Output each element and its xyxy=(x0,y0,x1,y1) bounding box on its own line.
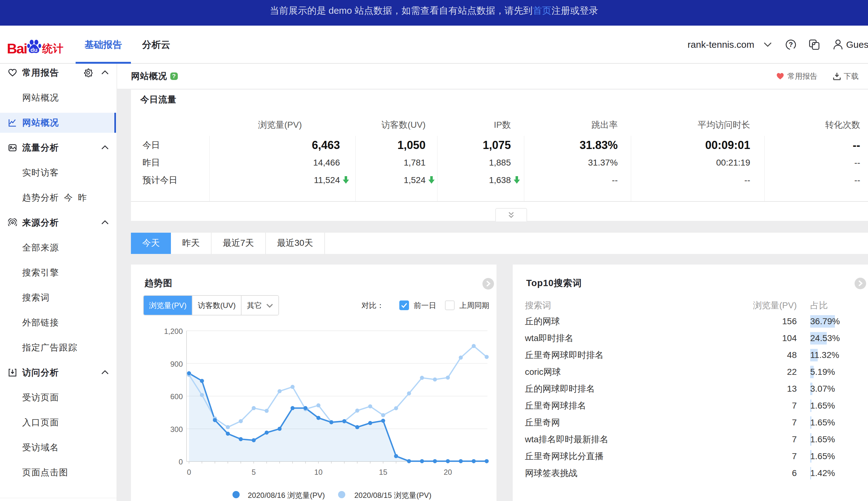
svg-text:20: 20 xyxy=(444,468,452,476)
svg-text:900: 900 xyxy=(170,360,183,368)
svg-text:15: 15 xyxy=(379,468,388,476)
svg-text:300: 300 xyxy=(170,425,183,434)
svg-text:du: du xyxy=(31,46,38,53)
svg-text:600: 600 xyxy=(170,392,183,401)
svg-text:?: ? xyxy=(788,41,793,49)
svg-text:5: 5 xyxy=(252,468,256,476)
svg-text:0: 0 xyxy=(179,458,183,466)
svg-text:1,200: 1,200 xyxy=(164,327,183,335)
svg-text:10: 10 xyxy=(314,468,323,476)
svg-text:0: 0 xyxy=(187,468,191,476)
